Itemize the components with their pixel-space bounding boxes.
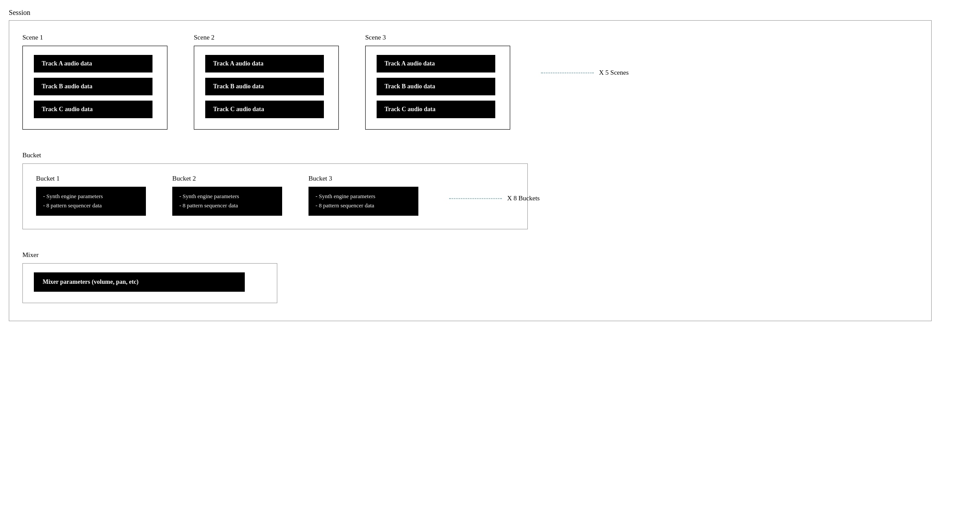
bucket-1-block: Bucket 1 - Synth engine parameters - 8 p… [36, 175, 146, 216]
scenes-annotation: X 5 Scenes [541, 69, 629, 76]
bucket-2-item: - Synth engine parameters - 8 pattern se… [172, 187, 282, 216]
bucket-1-title: Bucket 1 [36, 175, 146, 182]
scene-3-track-a: Track A audio data [377, 55, 495, 72]
mixer-outer-box: Mixer parameters (volume, pan, etc) [22, 263, 277, 303]
bucket-2-title: Bucket 2 [172, 175, 282, 182]
scene-1-box: Track A audio data Track B audio data Tr… [22, 46, 167, 130]
buckets-row: Bucket 1 - Synth engine parameters - 8 p… [36, 175, 514, 216]
scene-3-box: Track A audio data Track B audio data Tr… [365, 46, 510, 130]
bucket-3-line2: - 8 pattern sequencer data [316, 202, 374, 209]
mixer-section-label: Mixer [22, 251, 918, 259]
bucket-3-block: Bucket 3 - Synth engine parameters - 8 p… [309, 175, 418, 216]
bucket-1-line1: - Synth engine parameters [43, 193, 103, 199]
scene-1-track-b: Track B audio data [34, 78, 152, 95]
scene-1-track-a: Track A audio data [34, 55, 152, 72]
scene-1-block: Scene 1 Track A audio data Track B audio… [22, 34, 167, 130]
scene-2-box: Track A audio data Track B audio data Tr… [194, 46, 339, 130]
mixer-section: Mixer Mixer parameters (volume, pan, etc… [22, 251, 918, 303]
scene-1-title: Scene 1 [22, 34, 43, 41]
scene-2-track-c: Track C audio data [205, 101, 324, 118]
scene-3-track-c: Track C audio data [377, 101, 495, 118]
bucket-3-line1: - Synth engine parameters [316, 193, 375, 199]
scene-3-title: Scene 3 [365, 34, 386, 41]
bucket-annotation-label: X 8 Buckets [507, 195, 540, 202]
scenes-row: Scene 1 Track A audio data Track B audio… [22, 34, 918, 130]
session-container: Scene 1 Track A audio data Track B audio… [9, 20, 932, 321]
bucket-2-line1: - Synth engine parameters [179, 193, 239, 199]
bucket-2-line2: - 8 pattern sequencer data [179, 202, 238, 209]
scene-1-track-c: Track C audio data [34, 101, 152, 118]
bucket-1-item: - Synth engine parameters - 8 pattern se… [36, 187, 146, 216]
scene-2-title: Scene 2 [194, 34, 214, 41]
bucket-outer-box: Bucket 1 - Synth engine parameters - 8 p… [22, 163, 528, 229]
session-label: Session [9, 9, 971, 17]
bucket-3-title: Bucket 3 [309, 175, 418, 182]
bucket-2-block: Bucket 2 - Synth engine parameters - 8 p… [172, 175, 282, 216]
scene-2-track-b: Track B audio data [205, 78, 324, 95]
scenes-annotation-label: X 5 Scenes [599, 69, 629, 76]
bucket-3-item: - Synth engine parameters - 8 pattern se… [309, 187, 418, 216]
bucket-section: Bucket Bucket 1 - Synth engine parameter… [22, 152, 918, 229]
mixer-item: Mixer parameters (volume, pan, etc) [34, 272, 245, 292]
scene-3-block: Scene 3 Track A audio data Track B audio… [365, 34, 510, 130]
bucket-section-label: Bucket [22, 152, 918, 159]
bucket-annotation: X 8 Buckets [449, 195, 540, 202]
scene-2-track-a: Track A audio data [205, 55, 324, 72]
scene-2-block: Scene 2 Track A audio data Track B audio… [194, 34, 339, 130]
scenes-dotted-line [541, 72, 594, 73]
bucket-1-line2: - 8 pattern sequencer data [43, 202, 102, 209]
bucket-dotted-line [449, 198, 502, 199]
scene-3-track-b: Track B audio data [377, 78, 495, 95]
